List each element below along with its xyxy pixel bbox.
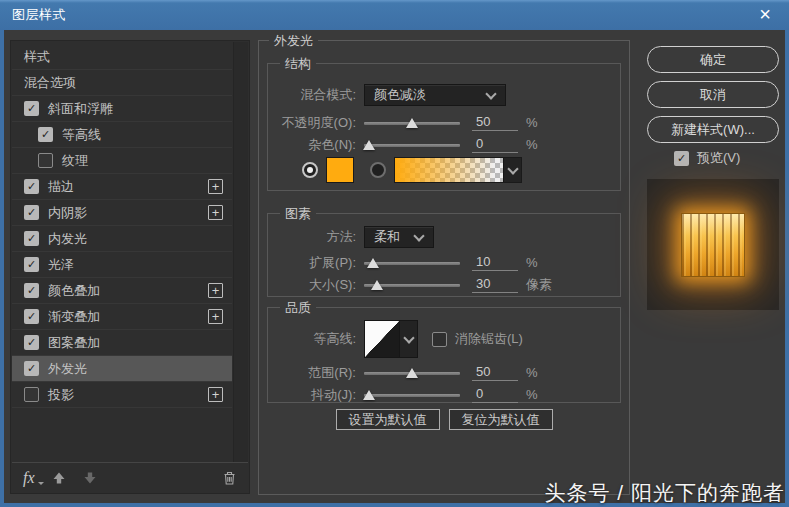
jitter-slider[interactable] — [364, 387, 460, 403]
opacity-slider[interactable] — [364, 115, 460, 131]
unchecked-checkbox-texture[interactable] — [38, 153, 53, 168]
sidebar-item-outer-glow[interactable]: ✓外发光 — [12, 356, 232, 382]
add-effect-icon[interactable]: + — [208, 205, 223, 220]
panel-title: 外发光 — [269, 32, 318, 50]
sidebar-item-label: 光泽 — [48, 256, 74, 274]
range-input[interactable]: 50 — [472, 364, 518, 381]
ok-button[interactable]: 确定 — [647, 46, 779, 73]
spread-slider[interactable] — [364, 255, 460, 271]
sidebar-item-inner-shadow[interactable]: ✓内阴影+ — [12, 200, 232, 226]
slider-thumb[interactable] — [406, 368, 418, 378]
checked-checkbox-outer-glow[interactable]: ✓ — [24, 361, 39, 376]
sidebar-scrollbar[interactable] — [233, 42, 248, 462]
spread-input[interactable]: 10 — [472, 254, 518, 271]
cancel-button[interactable]: 取消 — [647, 81, 779, 108]
sidebar-item-inner-glow[interactable]: ✓内发光 — [12, 226, 232, 252]
slider-thumb[interactable] — [367, 258, 379, 268]
make-default-button[interactable]: 设置为默认值 — [336, 409, 440, 430]
style-preview-thumbnail — [681, 213, 745, 277]
gradient-radio[interactable] — [370, 162, 386, 178]
trash-icon — [222, 470, 237, 486]
sidebar-item-styles[interactable]: 样式 — [12, 44, 232, 70]
size-input[interactable]: 30 — [472, 276, 518, 293]
sidebar-item-contour[interactable]: ✓等高线 — [12, 122, 232, 148]
sidebar-item-pattern-overlay[interactable]: ✓图案叠加 — [12, 330, 232, 356]
arrow-up-icon — [52, 471, 66, 485]
slider-thumb[interactable] — [363, 140, 375, 150]
slider-thumb[interactable] — [371, 280, 383, 290]
gradient-dropdown-button[interactable] — [503, 158, 521, 182]
delete-effect-button[interactable] — [222, 470, 237, 486]
contour-dropdown-button[interactable] — [399, 321, 417, 357]
solid-color-radio[interactable] — [302, 162, 318, 178]
checked-checkbox-stroke[interactable]: ✓ — [24, 179, 39, 194]
sidebar-item-stroke[interactable]: ✓描边+ — [12, 174, 232, 200]
sidebar-item-label: 样式 — [24, 48, 50, 66]
slider-thumb[interactable] — [363, 390, 375, 400]
titlebar[interactable]: 图层样式 × — [0, 0, 789, 30]
elements-legend: 图素 — [280, 205, 316, 223]
contour-thumbnail[interactable] — [365, 321, 399, 357]
checked-checkbox-inner-glow[interactable]: ✓ — [24, 231, 39, 246]
add-effect-icon[interactable]: + — [208, 309, 223, 324]
sidebar-item-label: 颜色叠加 — [48, 282, 100, 300]
sidebar-item-satin[interactable]: ✓光泽 — [12, 252, 232, 278]
add-effect-icon[interactable]: + — [208, 179, 223, 194]
fx-menu-button[interactable]: fx — [23, 469, 35, 487]
move-down-button[interactable] — [83, 471, 97, 485]
sidebar-item-drop-shadow[interactable]: 投影+ — [12, 382, 232, 408]
range-slider[interactable] — [364, 365, 460, 381]
checked-checkbox-color-overlay[interactable]: ✓ — [24, 283, 39, 298]
noise-input[interactable]: 0 — [472, 136, 518, 153]
gradient-picker[interactable] — [394, 157, 522, 183]
add-effect-icon[interactable]: + — [208, 283, 223, 298]
preview-checkbox[interactable]: ✓ — [674, 151, 689, 166]
structure-group: 结构 混合模式: 颜色减淡 不透明度(O): 50 % — [267, 63, 621, 191]
add-effect-icon[interactable]: + — [208, 387, 223, 402]
contour-picker[interactable] — [364, 320, 418, 358]
technique-label: 方法: — [268, 228, 364, 246]
sidebar-item-label: 内阴影 — [48, 204, 87, 222]
technique-select[interactable]: 柔和 — [364, 226, 434, 248]
sidebar-item-gradient-overlay[interactable]: ✓渐变叠加+ — [12, 304, 232, 330]
sidebar-item-texture[interactable]: 纹理 — [12, 148, 232, 174]
sidebar-item-label: 等高线 — [62, 126, 101, 144]
style-preview-panel — [647, 179, 779, 310]
antialias-checkbox[interactable] — [432, 332, 447, 347]
sidebar-item-label: 描边 — [48, 178, 74, 196]
new-style-button[interactable]: 新建样式(W)... — [647, 116, 779, 143]
reset-default-button[interactable]: 复位为默认值 — [449, 409, 553, 430]
blend-mode-select[interactable]: 颜色减淡 — [364, 84, 506, 106]
size-unit: 像素 — [526, 276, 552, 294]
noise-label: 杂色(N): — [268, 136, 364, 154]
blend-mode-value: 颜色减淡 — [374, 86, 426, 104]
glow-color-swatch[interactable] — [326, 157, 354, 183]
outer-glow-panel: 外发光 结构 混合模式: 颜色减淡 不透明度(O): — [258, 40, 630, 495]
sidebar-item-blending-options[interactable]: 混合选项 — [12, 70, 232, 96]
noise-slider[interactable] — [364, 137, 460, 153]
close-icon[interactable]: × — [743, 0, 787, 29]
move-up-button[interactable] — [52, 471, 66, 485]
gradient-bar[interactable] — [395, 158, 503, 182]
sidebar-item-label: 投影 — [48, 386, 74, 404]
checked-checkbox-satin[interactable]: ✓ — [24, 257, 39, 272]
checked-checkbox-pattern-overlay[interactable]: ✓ — [24, 335, 39, 350]
slider-thumb[interactable] — [406, 118, 418, 128]
spread-unit: % — [526, 255, 538, 270]
checked-checkbox-contour[interactable]: ✓ — [38, 127, 53, 142]
preview-label: 预览(V) — [697, 149, 740, 167]
size-slider[interactable] — [364, 277, 460, 293]
antialias-label: 消除锯齿(L) — [455, 330, 523, 348]
sidebar-item-color-overlay[interactable]: ✓颜色叠加+ — [12, 278, 232, 304]
sidebar-item-bevel-emboss[interactable]: ✓斜面和浮雕 — [12, 96, 232, 122]
chevron-down-icon — [414, 232, 424, 242]
checked-checkbox-inner-shadow[interactable]: ✓ — [24, 205, 39, 220]
spread-label: 扩展(P): — [268, 254, 364, 272]
unchecked-checkbox-drop-shadow[interactable] — [24, 387, 39, 402]
checked-checkbox-bevel-emboss[interactable]: ✓ — [24, 101, 39, 116]
opacity-input[interactable]: 50 — [472, 114, 518, 131]
sidebar-item-label: 图案叠加 — [48, 334, 100, 352]
range-unit: % — [526, 365, 538, 380]
checked-checkbox-gradient-overlay[interactable]: ✓ — [24, 309, 39, 324]
jitter-input[interactable]: 0 — [472, 386, 518, 403]
